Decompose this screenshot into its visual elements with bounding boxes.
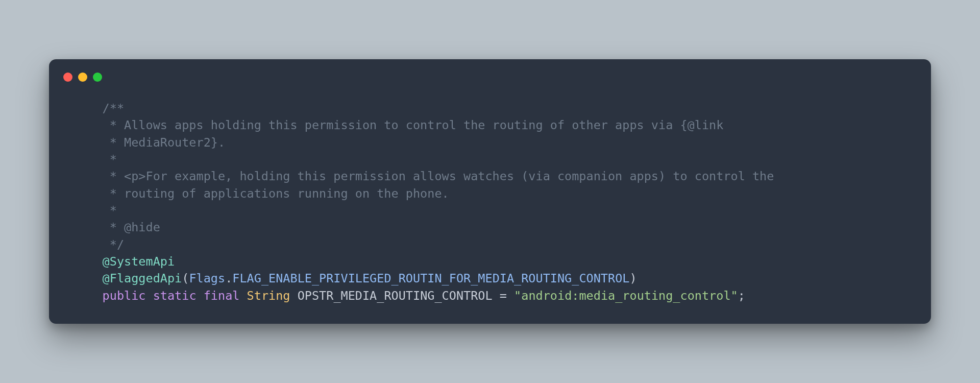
indent <box>74 271 103 285</box>
minimize-icon[interactable] <box>78 73 87 82</box>
paren-close: ) <box>629 271 636 285</box>
space <box>145 289 153 303</box>
javadoc-line: * routing of applications running on the… <box>74 186 449 201</box>
kw-public: public <box>103 289 146 303</box>
maximize-icon[interactable] <box>93 73 102 82</box>
annotation-flagged-api: @FlaggedApi <box>103 271 182 285</box>
space <box>197 289 204 303</box>
code-window: /** * Allows apps holding this permissio… <box>49 59 931 324</box>
ref-flag-constant: FLAG_ENABLE_PRIVILEGED_ROUTIN_FOR_MEDIA_… <box>232 271 629 285</box>
type-string: String <box>247 289 290 303</box>
space <box>290 289 297 303</box>
kw-static: static <box>153 289 197 303</box>
javadoc-line: * Allows apps holding this permission to… <box>74 118 723 132</box>
string-literal: "android:media_routing_control" <box>514 289 738 303</box>
javadoc-line: * <box>74 203 117 218</box>
paren-open: ( <box>182 271 189 285</box>
dot-operator: . <box>225 271 232 285</box>
equals-operator: = <box>493 289 514 303</box>
ref-flags-class: Flags <box>189 271 225 285</box>
constant-name: OPSTR_MEDIA_ROUTING_CONTROL <box>298 289 493 303</box>
space <box>239 289 247 303</box>
code-block: /** * Allows apps holding this permissio… <box>49 82 931 304</box>
javadoc-close: */ <box>74 237 124 252</box>
javadoc-line: * <p>For example, holding this permissio… <box>74 169 774 183</box>
window-titlebar <box>49 59 931 82</box>
close-icon[interactable] <box>63 73 72 82</box>
javadoc-open: /** <box>74 101 124 115</box>
kw-final: final <box>204 289 240 303</box>
indent <box>74 289 103 303</box>
javadoc-line: * @hide <box>74 220 160 234</box>
javadoc-line: * MediaRouter2}. <box>74 135 225 150</box>
javadoc-line: * <box>74 152 117 166</box>
annotation-system-api: @SystemApi <box>103 254 175 269</box>
indent <box>74 254 103 269</box>
semicolon: ; <box>738 289 745 303</box>
